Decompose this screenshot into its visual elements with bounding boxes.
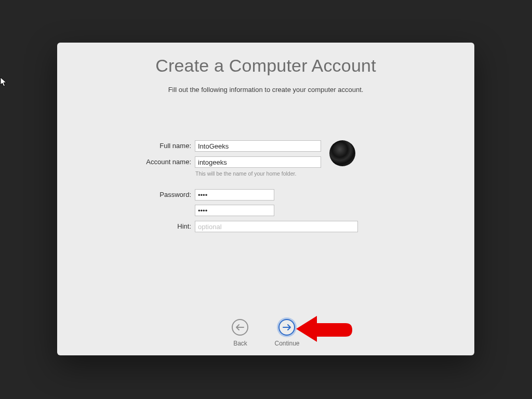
desktop-background: Create a Computer Account Fill out the f… <box>0 0 532 399</box>
back-label: Back <box>233 340 247 347</box>
page-subtitle: Fill out the following information to cr… <box>57 86 474 94</box>
password-label: Password: <box>57 189 195 201</box>
full-name-field[interactable] <box>195 140 321 152</box>
hint-field[interactable] <box>195 221 358 232</box>
account-name-label: Account name: <box>57 156 195 168</box>
arrow-left-icon <box>232 319 248 336</box>
continue-label: Continue <box>274 340 299 347</box>
account-form: Full name: Account name: This will be th… <box>57 140 474 237</box>
full-name-label: Full name: <box>57 140 195 152</box>
setup-panel: Create a Computer Account Fill out the f… <box>57 43 474 355</box>
account-name-hint: This will be the name of your home folde… <box>195 168 358 177</box>
cursor-icon <box>0 77 7 87</box>
hint-label: Hint: <box>57 221 195 232</box>
page-title: Create a Computer Account <box>57 56 474 76</box>
password-verify-field[interactable] <box>195 205 274 216</box>
account-name-field[interactable] <box>195 156 321 168</box>
nav-buttons: Back Continue <box>57 319 474 347</box>
password-field[interactable] <box>195 189 274 201</box>
continue-button[interactable]: Continue <box>274 319 299 347</box>
back-button[interactable]: Back <box>232 319 248 347</box>
arrow-right-icon <box>278 319 295 336</box>
